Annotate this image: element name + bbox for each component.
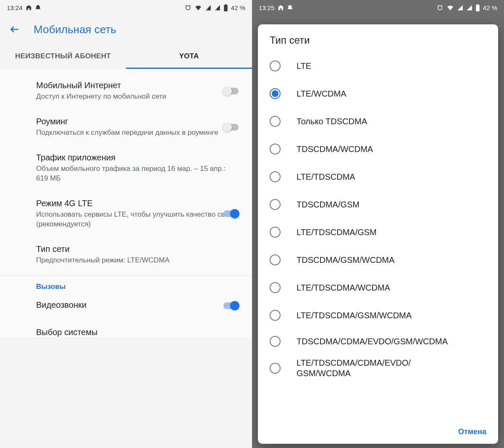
setting-sub: Предпочтительный режим: LTE/WCDMA: [36, 256, 239, 265]
setting-mobile-data[interactable]: Мобильный Интернет Доступ к Интернету по…: [0, 73, 252, 109]
wifi-icon: [446, 5, 454, 11]
setting-title: Выбор системы: [36, 327, 239, 337]
radio-option[interactable]: TDSCDMA/CDMA/EVDO/GSM/WCDMA: [258, 329, 498, 354]
notif-icon-2: [35, 5, 41, 11]
radio-button-icon: [270, 363, 281, 374]
status-battery: 42 %: [483, 4, 497, 11]
radio-list: LTELTE/WCDMAТолько TDSCDMATDSCDMA/WCDMAL…: [258, 52, 498, 422]
signal-1-icon: x: [205, 5, 211, 11]
radio-option[interactable]: LTE/TDSCDMA/WCDMA: [258, 274, 498, 301]
radio-option[interactable]: LTE/TDSCDMA/GSM: [258, 218, 498, 246]
toggle-video-calls[interactable]: [223, 301, 239, 310]
setting-title: Роуминг: [36, 117, 239, 126]
radio-label: TDSCDMA/WCDMA: [297, 144, 373, 155]
alarm-icon: [184, 4, 192, 11]
radio-option[interactable]: LTE/TDSCDMA/GSM/WCDMA: [258, 301, 498, 329]
section-calls: Вызовы: [0, 276, 252, 293]
setting-title: Видеозвонки: [36, 300, 239, 310]
settings-list: Мобильный Интернет Доступ к Интернету по…: [0, 69, 252, 337]
setting-title: Трафик приложения: [36, 153, 239, 162]
toggle-mobile-data[interactable]: [223, 86, 239, 96]
setting-sub: Объем мобильного трафика за период 16 ма…: [36, 164, 239, 183]
status-bar: 13:25 42 %: [252, 0, 504, 15]
setting-video-calls[interactable]: Видеозвонки: [0, 293, 252, 319]
radio-label: LTE/TDSCDMA: [297, 172, 355, 182]
setting-sub: Доступ к Интернету по мобильной сети: [36, 92, 239, 102]
setting-4g-lte[interactable]: Режим 4G LTE Использовать сервисы LTE, ч…: [0, 191, 252, 237]
setting-system-select[interactable]: Выбор системы: [0, 319, 252, 337]
wifi-icon: [194, 5, 202, 11]
radio-label: TDSCDMA/GSM/WCDMA: [297, 255, 394, 265]
radio-button-icon: [270, 199, 281, 210]
radio-option[interactable]: Только TDSCDMA: [258, 107, 498, 135]
sim-tabs: НЕИЗВЕСТНЫЙ АБОНЕНТ YOTA: [0, 44, 252, 69]
radio-button-icon: [270, 171, 281, 182]
radio-button-icon: [270, 116, 281, 127]
signal-2-icon: [466, 5, 472, 11]
radio-label: TDSCDMA/GSM: [297, 199, 360, 210]
setting-title: Тип сети: [36, 244, 239, 254]
radio-option[interactable]: LTE/TDSCDMA: [258, 163, 498, 191]
screen-dialog: 13:25 42 % Тип сети LTELTE/WCDMAТолько T…: [252, 0, 504, 448]
svg-text:x: x: [206, 7, 207, 10]
battery-icon: [475, 4, 480, 11]
radio-label: LTE: [297, 61, 311, 71]
status-time: 13:24: [7, 4, 23, 11]
radio-option[interactable]: TDSCDMA/GSM: [258, 191, 498, 218]
setting-network-type[interactable]: Тип сети Предпочтительный режим: LTE/WCD…: [0, 237, 252, 273]
setting-title: Режим 4G LTE: [36, 199, 239, 208]
setting-traffic[interactable]: Трафик приложения Объем мобильного трафи…: [0, 145, 252, 191]
radio-label: LTE/TDSCDMA/WCDMA: [297, 283, 390, 293]
radio-button-icon: [270, 88, 281, 99]
notif-icon-1: [26, 5, 32, 11]
svg-text:x: x: [215, 7, 217, 10]
radio-button-icon: [270, 310, 281, 321]
notif-icon-2: [287, 5, 293, 11]
setting-sub: Использовать сервисы LTE, чтобы улучшить…: [36, 210, 239, 229]
signal-1-icon: [457, 5, 463, 11]
radio-button-icon: [270, 254, 281, 265]
radio-label: Только TDSCDMA: [297, 116, 367, 127]
page-title: Мобильная сеть: [34, 23, 116, 36]
notif-icon-1: [278, 5, 284, 11]
alarm-icon: [436, 4, 444, 11]
setting-sub: Подключаться к службам передачи данных в…: [36, 128, 239, 138]
radio-button-icon: [270, 227, 281, 238]
back-button[interactable]: [8, 23, 21, 36]
screen-settings: 13:24 x x 42 % Мобильная сеть НЕИЗВЕСТНЫ…: [0, 0, 252, 448]
radio-label: LTE/TDSCDMA/GSM/WCDMA: [297, 310, 412, 321]
radio-option[interactable]: LTE/WCDMA: [258, 80, 498, 107]
toggle-roaming[interactable]: [223, 123, 239, 132]
radio-label: TDSCDMA/CDMA/EVDO/GSM/WCDMA: [297, 336, 448, 347]
app-header: Мобильная сеть: [0, 15, 252, 44]
radio-button-icon: [270, 60, 281, 71]
battery-icon: [223, 4, 228, 11]
status-battery: 42 %: [231, 4, 245, 11]
radio-label: LTE/TDSCDMA/GSM: [297, 227, 377, 238]
radio-button-icon: [270, 144, 281, 155]
network-type-dialog: Тип сети LTELTE/WCDMAТолько TDSCDMATDSCD…: [258, 24, 498, 444]
toggle-4g-lte[interactable]: [223, 209, 239, 218]
radio-option[interactable]: TDSCDMA/GSM/WCDMA: [258, 246, 498, 274]
setting-roaming[interactable]: Роуминг Подключаться к службам передачи …: [0, 109, 252, 145]
dialog-footer: Отмена: [258, 422, 498, 444]
radio-button-icon: [270, 336, 281, 347]
setting-title: Мобильный Интернет: [36, 81, 239, 90]
dialog-title: Тип сети: [258, 24, 498, 52]
radio-option[interactable]: TDSCDMA/WCDMA: [258, 135, 498, 163]
radio-button-icon: [270, 282, 281, 293]
radio-option[interactable]: LTE: [258, 52, 498, 80]
tab-yota[interactable]: YOTA: [126, 44, 252, 69]
signal-2-icon: x: [214, 5, 220, 11]
radio-label: LTE/WCDMA: [297, 89, 346, 99]
tab-unknown[interactable]: НЕИЗВЕСТНЫЙ АБОНЕНТ: [0, 44, 126, 69]
status-time: 13:25: [259, 4, 275, 11]
radio-option[interactable]: LTE/TDSCDMA/CDMA/EVDO/GSM/WCDMA: [258, 354, 498, 383]
status-bar: 13:24 x x 42 %: [0, 0, 252, 15]
radio-label: LTE/TDSCDMA/CDMA/EVDO/GSM/WCDMA: [297, 358, 411, 379]
cancel-button[interactable]: Отмена: [458, 427, 486, 436]
